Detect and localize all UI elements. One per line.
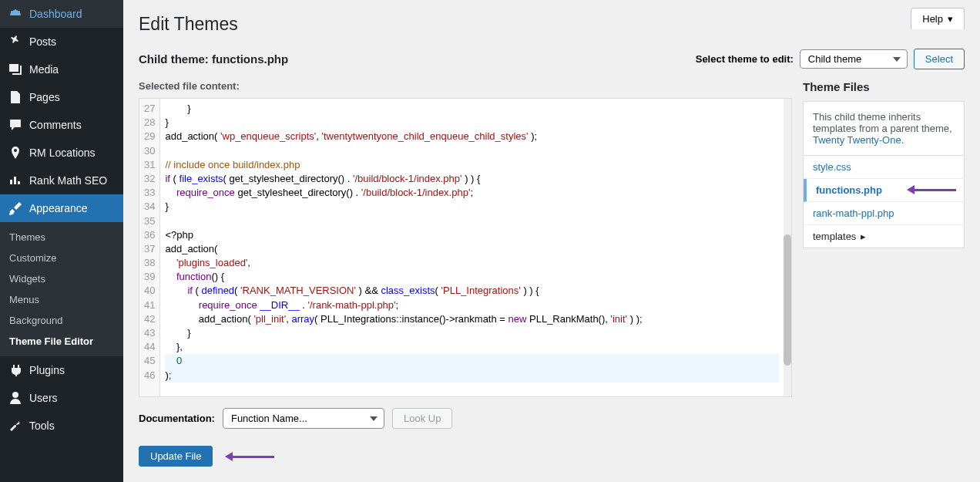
media-icon [8,62,23,77]
sidebar-sub-menus[interactable]: Menus [0,289,123,310]
current-file-heading: Child theme: functions.php [139,52,288,66]
sidebar-sub-background[interactable]: Background [0,310,123,331]
plugin-icon [8,362,23,378]
sidebar-item-label: Comments [29,119,82,131]
sidebar-sub-themes[interactable]: Themes [0,227,123,248]
top-row: Child theme: functions.php Select theme … [139,49,965,69]
editor-column: Selected file content: 27282930313233343… [139,80,792,467]
sidebar-item-media[interactable]: Media [0,56,123,83]
lookup-button[interactable]: Look Up [392,408,452,429]
code-editor[interactable]: 2728293031323334353637383940414243444546… [139,98,792,397]
sidebar-item-label: Pages [29,91,60,103]
arrow-annotation-icon [902,187,956,193]
brush-icon [8,201,23,216]
theme-select[interactable]: Child theme [800,49,908,69]
sidebar-item-dashboard[interactable]: Dashboard [0,0,123,28]
theme-files-list: style.cssfunctions.phprank-math-ppl.php [804,156,964,225]
sidebar-item-posts[interactable]: Posts [0,28,123,56]
templates-folder[interactable]: templates ▸ [804,225,964,248]
page-icon [8,89,23,105]
sidebar-item-comments[interactable]: Comments [0,111,123,139]
theme-file-style-css[interactable]: style.css [804,156,964,179]
comment-icon [8,117,23,133]
sidebar-item-label: Rank Math SEO [29,174,107,187]
page-title: Edit Themes [139,14,965,35]
update-file-button[interactable]: Update File [139,446,213,467]
theme-files-panel: This child theme inherits templates from… [803,101,965,248]
help-button[interactable]: Help ▾ [911,8,965,29]
sidebar-item-label: Media [29,63,59,76]
help-label: Help [922,13,943,25]
sidebar-item-pages[interactable]: Pages [0,83,123,111]
theme-select-wrap: Select theme to edit: Child theme Select [696,49,965,69]
line-gutter: 2728293031323334353637383940414243444546 [139,99,160,396]
documentation-label: Documentation: [139,413,215,424]
parent-theme-link[interactable]: Twenty Twenty-One [813,134,901,146]
theme-files-title: Theme Files [803,80,965,93]
sidebar-item-label: Plugins [29,364,65,376]
sidebar-item-tools[interactable]: Tools [0,412,123,440]
dashboard-icon [8,6,23,22]
main-content: Help ▾ Edit Themes Child theme: function… [123,0,980,482]
function-select[interactable]: Function Name... [223,408,384,429]
chevron-down-icon: ▾ [948,13,953,25]
admin-sidebar: DashboardPostsMediaPagesCommentsRM Locat… [0,0,123,482]
arrow-annotation-icon [220,453,274,460]
theme-files-description: This child theme inherits templates from… [804,102,964,156]
sidebar-submenu: ThemesCustomizeWidgetsMenusBackgroundThe… [0,222,123,356]
sidebar-sub-widgets[interactable]: Widgets [0,268,123,289]
sidebar-item-plugins[interactable]: Plugins [0,356,123,384]
location-icon [8,145,23,160]
theme-file-functions-php[interactable]: functions.php [804,179,964,202]
user-icon [8,390,23,406]
scroll-thumb[interactable] [784,234,791,366]
sidebar-item-label: Dashboard [29,8,82,20]
sidebar-item-label: Posts [29,35,56,48]
sidebar-sub-customize[interactable]: Customize [0,248,123,268]
sidebar-item-rank-math[interactable]: Rank Math SEO [0,167,123,194]
tool-icon [8,418,23,433]
documentation-row: Documentation: Function Name... Look Up [139,408,792,429]
sidebar-sub-theme-file-editor[interactable]: Theme File Editor [0,331,123,352]
sidebar-item-rm-locations[interactable]: RM Locations [0,139,123,167]
sidebar-item-appearance[interactable]: Appearance [0,194,123,222]
chevron-right-icon: ▸ [861,231,866,242]
chart-icon [8,173,23,188]
sidebar-item-label: Users [29,392,58,404]
select-theme-label: Select theme to edit: [696,53,794,65]
sidebar-item-label: Appearance [29,202,88,214]
sidebar-item-label: Tools [29,420,55,432]
selected-file-label: Selected file content: [139,80,792,92]
theme-files-column: Theme Files This child theme inherits te… [803,80,965,467]
sidebar-item-users[interactable]: Users [0,384,123,412]
content-area: Selected file content: 27282930313233343… [139,80,965,467]
update-row: Update File [139,446,792,467]
pin-icon [8,34,23,49]
select-button[interactable]: Select [914,49,965,69]
theme-file-rank-math-ppl-php[interactable]: rank-math-ppl.php [804,202,964,225]
sidebar-item-label: RM Locations [29,147,96,159]
code-lines[interactable]: }}add_action( 'wp_enqueue_scripts', 'twe… [160,99,784,396]
editor-scrollbar[interactable] [784,99,791,396]
